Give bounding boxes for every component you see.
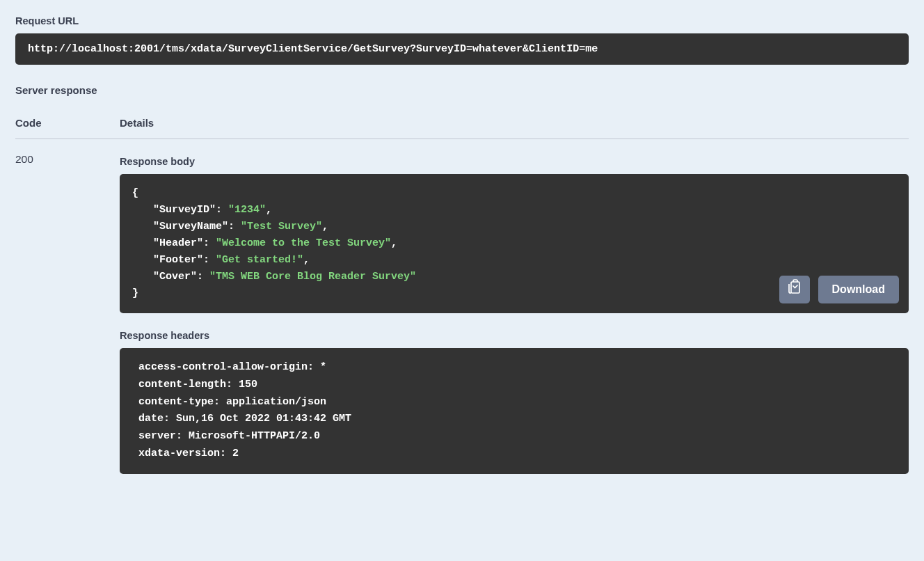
details-content: Response body {"SurveyID": "1234","Surve… (120, 153, 909, 474)
server-response-label: Server response (15, 84, 909, 96)
column-details: Details (120, 117, 909, 129)
clipboard-icon (788, 279, 802, 301)
response-headers-label: Response headers (120, 330, 909, 341)
table-row: 200 Response body {"SurveyID": "1234","S… (15, 153, 909, 474)
download-button[interactable]: Download (818, 276, 899, 303)
response-body-box: {"SurveyID": "1234","SurveyName": "Test … (120, 174, 909, 313)
copy-button[interactable] (779, 276, 810, 303)
response-body-label: Response body (120, 156, 909, 167)
status-code: 200 (15, 153, 120, 474)
response-table: Code Details 200 Response body {"SurveyI… (15, 117, 909, 474)
request-url-label: Request URL (15, 15, 909, 26)
request-url-box: http://localhost:2001/tms/xdata/SurveyCl… (15, 33, 909, 65)
column-code: Code (15, 117, 120, 129)
response-table-header: Code Details (15, 117, 909, 139)
response-headers-box: access-control-allow-origin: * content-l… (120, 348, 909, 474)
